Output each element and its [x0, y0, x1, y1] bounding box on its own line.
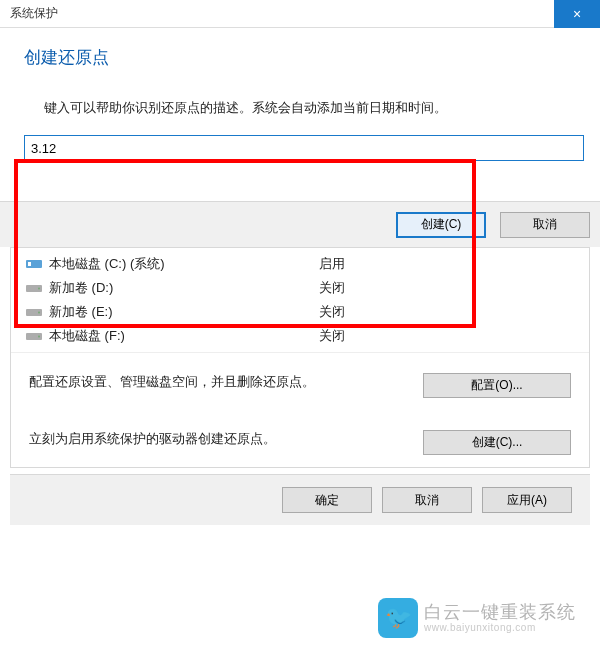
- input-row: [0, 135, 600, 201]
- configure-button[interactable]: 配置(O)...: [423, 373, 571, 398]
- drive-status: 关闭: [319, 327, 419, 345]
- drive-icon: [25, 281, 43, 295]
- dialog-button-row: 创建(C) 取消: [0, 201, 600, 247]
- svg-point-5: [38, 312, 40, 314]
- ok-button[interactable]: 确定: [282, 487, 372, 513]
- configure-description: 配置还原设置、管理磁盘空间，并且删除还原点。: [29, 373, 423, 391]
- svg-rect-1: [28, 262, 31, 266]
- drive-list: 本地磁盘 (C:) (系统) 启用 新加卷 (D:) 关闭 新加卷 (E:) 关…: [11, 248, 589, 353]
- cancel-bottom-button[interactable]: 取消: [382, 487, 472, 513]
- drive-name: 新加卷 (D:): [49, 279, 319, 297]
- cancel-button[interactable]: 取消: [500, 212, 590, 238]
- create-button[interactable]: 创建(C): [396, 212, 486, 238]
- drive-status: 关闭: [319, 303, 419, 321]
- drive-row[interactable]: 本地磁盘 (C:) (系统) 启用: [11, 252, 589, 276]
- bird-icon: 🐦: [385, 605, 412, 631]
- bottom-button-row: 确定 取消 应用(A): [10, 474, 590, 525]
- system-protection-panel: 本地磁盘 (C:) (系统) 启用 新加卷 (D:) 关闭 新加卷 (E:) 关…: [10, 247, 590, 468]
- watermark: 🐦 白云一键重装系统 www.baiyunxitong.com: [378, 598, 576, 638]
- drive-name: 本地磁盘 (F:): [49, 327, 319, 345]
- create-description: 立刻为启用系统保护的驱动器创建还原点。: [29, 430, 423, 448]
- drive-row[interactable]: 本地磁盘 (F:) 关闭: [11, 324, 589, 348]
- window-title: 系统保护: [0, 5, 58, 22]
- drive-status: 启用: [319, 255, 419, 273]
- create-section: 立刻为启用系统保护的驱动器创建还原点。 创建(C)...: [11, 410, 589, 467]
- drive-row[interactable]: 新加卷 (E:) 关闭: [11, 300, 589, 324]
- close-icon: ×: [573, 6, 581, 22]
- watermark-logo-icon: 🐦: [378, 598, 418, 638]
- configure-section: 配置还原设置、管理磁盘空间，并且删除还原点。 配置(O)...: [11, 353, 589, 410]
- svg-point-3: [38, 288, 40, 290]
- drive-status: 关闭: [319, 279, 419, 297]
- dialog-heading: 创建还原点: [0, 28, 600, 79]
- watermark-text: 白云一键重装系统 www.baiyunxitong.com: [424, 603, 576, 634]
- dialog-description: 键入可以帮助你识别还原点的描述。系统会自动添加当前日期和时间。: [0, 79, 600, 135]
- apply-button[interactable]: 应用(A): [482, 487, 572, 513]
- drive-name: 本地磁盘 (C:) (系统): [49, 255, 319, 273]
- watermark-main: 白云一键重装系统: [424, 603, 576, 623]
- drive-icon: [25, 329, 43, 343]
- drive-row[interactable]: 新加卷 (D:) 关闭: [11, 276, 589, 300]
- drive-name: 新加卷 (E:): [49, 303, 319, 321]
- create-restore-point-button[interactable]: 创建(C)...: [423, 430, 571, 455]
- restore-point-name-input[interactable]: [24, 135, 584, 161]
- close-button[interactable]: ×: [554, 0, 600, 28]
- drive-icon: [25, 305, 43, 319]
- watermark-sub: www.baiyunxitong.com: [424, 622, 576, 633]
- titlebar: 系统保护 ×: [0, 0, 600, 28]
- drive-icon-system: [25, 257, 43, 271]
- svg-point-7: [38, 336, 40, 338]
